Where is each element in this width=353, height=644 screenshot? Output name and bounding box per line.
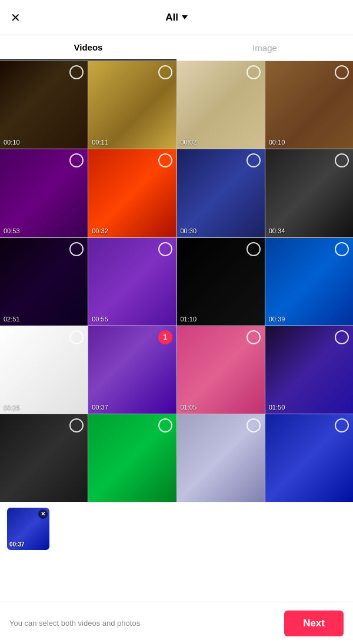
- grid-item[interactable]: 01:50: [265, 326, 353, 414]
- remove-preview-button[interactable]: ✕: [38, 509, 48, 519]
- video-duration: 00:11: [92, 139, 108, 146]
- grid-item[interactable]: 00:55: [88, 238, 176, 326]
- grid-item[interactable]: 01:05: [177, 326, 265, 414]
- grid-item[interactable]: 00:30: [177, 149, 265, 237]
- grid-item[interactable]: 00:25: [0, 326, 88, 414]
- grid-item[interactable]: [88, 414, 176, 502]
- grid-item[interactable]: [177, 414, 265, 502]
- select-circle: [335, 153, 349, 167]
- video-duration: 00:30: [181, 227, 197, 234]
- select-circle: [158, 242, 172, 256]
- selected-preview-strip: 00:37✕: [0, 502, 353, 555]
- grid-item[interactable]: [265, 414, 353, 502]
- select-circle: [247, 65, 261, 79]
- tab-bar: Videos Image: [0, 35, 353, 61]
- grid-item[interactable]: 02:51: [0, 238, 88, 326]
- grid-item[interactable]: 00:02: [177, 61, 265, 149]
- video-duration: 00:53: [4, 227, 20, 234]
- preview-duration: 00:37: [9, 541, 25, 548]
- grid-item[interactable]: 00:53: [0, 149, 88, 237]
- select-circle: [158, 153, 172, 167]
- grid-item[interactable]: 00:39: [265, 238, 353, 326]
- media-grid: 00:1000:1100:0200:1000:5300:3200:3000:34…: [0, 61, 353, 502]
- video-duration: 01:50: [269, 404, 285, 411]
- select-circle: [158, 65, 172, 79]
- select-circle: [69, 65, 84, 79]
- footer-hint: You can select both videos and photos: [9, 619, 140, 628]
- select-circle: [247, 418, 261, 432]
- video-duration: 01:05: [181, 404, 197, 411]
- select-circle: [247, 153, 261, 167]
- header-title[interactable]: All: [165, 12, 188, 24]
- grid-item[interactable]: 00:34: [265, 149, 353, 237]
- grid-item[interactable]: 100:37: [88, 326, 176, 414]
- select-circle: [247, 330, 261, 344]
- video-duration: 00:10: [269, 139, 285, 146]
- select-circle: [69, 242, 84, 256]
- tab-image[interactable]: Image: [176, 35, 353, 61]
- select-circle: [335, 65, 349, 79]
- video-duration: 02:51: [4, 316, 20, 323]
- video-duration: 00:25: [4, 404, 20, 411]
- content-area: 00:1000:1100:0200:1000:5300:3200:3000:34…: [0, 61, 353, 602]
- video-duration: 00:39: [269, 316, 285, 323]
- select-circle: [158, 418, 172, 432]
- close-button[interactable]: ✕: [11, 11, 21, 25]
- chevron-down-icon: [182, 15, 188, 19]
- video-duration: 00:37: [92, 404, 108, 411]
- select-circle: [335, 242, 349, 256]
- grid-item[interactable]: [0, 414, 88, 502]
- grid-item[interactable]: 00:32: [88, 149, 176, 237]
- select-circle: [69, 418, 84, 432]
- select-circle: [335, 418, 349, 432]
- next-button[interactable]: Next: [284, 611, 344, 636]
- select-circle: 1: [158, 330, 172, 344]
- select-circle: [247, 242, 261, 256]
- video-duration: 00:55: [92, 316, 108, 323]
- select-circle: [69, 153, 84, 167]
- grid-item[interactable]: 00:11: [88, 61, 176, 149]
- grid-item[interactable]: 00:10: [0, 61, 88, 149]
- video-duration: 00:10: [4, 139, 20, 146]
- grid-item[interactable]: 00:10: [265, 61, 353, 149]
- media-grid-wrapper: 00:1000:1100:0200:1000:5300:3200:3000:34…: [0, 61, 353, 502]
- tab-videos[interactable]: Videos: [0, 35, 176, 61]
- grid-item[interactable]: 01:10: [177, 238, 265, 326]
- select-circle: [335, 330, 349, 344]
- video-duration: 00:32: [92, 227, 108, 234]
- video-duration: 01:10: [181, 316, 197, 323]
- video-duration: 00:02: [181, 139, 197, 146]
- filter-label: All: [165, 12, 178, 24]
- header: ✕ All: [0, 0, 353, 35]
- select-circle: [69, 330, 84, 344]
- preview-item: 00:37✕: [7, 508, 49, 550]
- footer: You can select both videos and photos Ne…: [0, 602, 353, 644]
- video-duration: 00:34: [269, 227, 285, 234]
